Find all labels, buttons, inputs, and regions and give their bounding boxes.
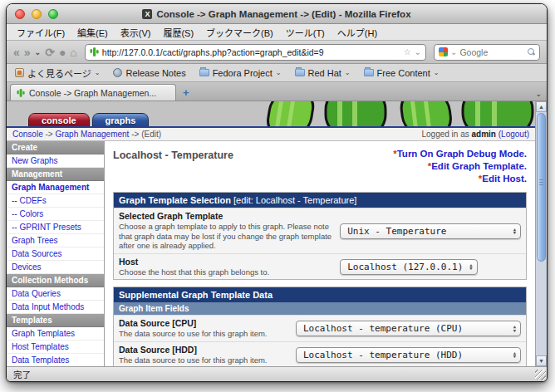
tab-graphs[interactable]: graphs [92,113,150,126]
logged-in-text: Logged in as [421,130,469,139]
minimize-window-button[interactable] [32,9,42,19]
field-row-data-source-hdd: Data Source [HDD] The data source to use… [114,341,526,367]
menu-view[interactable]: 表示(V) [120,26,151,39]
menu-file[interactable]: ファイル(F) [17,26,65,39]
sidebar-item-host-templates[interactable]: Host Templates [7,341,104,354]
breadcrumb-console-link[interactable]: Console [12,130,43,139]
bookmark-star-icon[interactable]: ☆ [404,47,411,56]
firefox-window: X Console -> Graph Management -> (Edit) … [6,3,548,382]
sidebar-item-gprint-presets[interactable]: -- GPRINT Presets [7,221,104,234]
page-title: Localhost - Temperature [113,148,233,161]
select-value: Localhost (127.0.0.1) [347,262,463,272]
stop-icon[interactable]: ● [59,47,66,58]
sidebar-item-cdefs[interactable]: -- CDEFs [7,194,104,208]
menu-edit[interactable]: 編集(E) [77,26,108,39]
search-bar[interactable]: ⌄ [434,44,540,61]
select-stepper-icon: ▲▼ [513,325,516,332]
bookmark-fedora-project[interactable]: Fedora Project ⌄ [199,68,282,78]
main-content: Localhost - Temperature *Turn On Graph D… [105,141,535,366]
cacti-banner: console graphs [7,101,535,126]
scrollbar-thumb[interactable] [537,113,546,262]
section-title-suffix: [edit: Localhost - Temperature] [233,195,356,205]
menu-help[interactable]: ヘルプ(H) [337,26,377,39]
tab-console[interactable]: console [28,113,90,126]
section-header: Graph Template Selection [edit: Localhos… [114,193,526,208]
page-body: Create New Graphs Management Graph Manag… [7,141,535,366]
reload-icon[interactable]: ⟳ [45,47,55,58]
close-window-button[interactable] [15,9,25,19]
zoom-window-button[interactable] [48,9,58,19]
url-dropdown-icon[interactable]: ⌄ [415,47,421,56]
sidebar-item-new-graphs[interactable]: New Graphs [7,154,104,168]
bookmark-label: Free Content [377,68,430,78]
back-icon[interactable]: « [13,47,20,58]
chevron-down-icon: ⌄ [434,69,440,76]
field-description: The data source to use for this graph it… [119,355,287,365]
bookmark-label: Red Hat [308,68,341,78]
bookmark-free-content[interactable]: Free Content ⌄ [364,68,440,78]
sidebar-item-data-input-methods[interactable]: Data Input Methods [7,301,104,314]
cacti-favicon [17,88,25,98]
breadcrumb-graph-management-link[interactable]: Graph Management [55,130,129,139]
graph-template-select[interactable]: Unix - Temperature ▲▼ [340,223,521,239]
home-icon[interactable]: ⌂ [70,47,76,58]
sidebar-item-graph-management[interactable]: Graph Management [7,181,104,194]
window-title-text: Console -> Graph Management -> (Edit) - … [156,9,410,19]
resize-grip[interactable] [535,370,546,380]
select-stepper-icon: ▲▼ [469,263,472,271]
bookmark-release-notes[interactable]: Release Notes [113,68,185,78]
sidebar-item-devices[interactable]: Devices [7,261,104,274]
url-input[interactable] [102,47,400,57]
folder-icon [199,69,209,76]
chevron-down-icon: ⌄ [345,69,351,76]
host-select[interactable]: Localhost (127.0.0.1) ▲▼ [340,259,477,275]
menu-bookmarks[interactable]: ブックマーク(B) [206,26,273,39]
browser-viewport: console graphs Console -> Graph Manageme… [7,101,547,366]
logout-link[interactable]: (Logout) [499,130,529,139]
cacti-favicon [90,47,99,57]
sidebar-item-data-templates[interactable]: Data Templates [7,354,104,366]
engine-dropdown-icon[interactable]: ⌄ [450,47,457,56]
field-label: Data Source [HDD] [119,345,287,355]
data-source-hdd-select[interactable]: Localhost - temperature (HDD) ▲▼ [296,347,521,363]
turn-on-debug-link[interactable]: Turn On Graph Debug Mode. [397,149,527,159]
cacti-page: console graphs Console -> Graph Manageme… [7,101,535,366]
sidebar-item-data-queries[interactable]: Data Queries [7,287,104,301]
edit-graph-template-link[interactable]: Edit Graph Template. [431,161,527,171]
bookmark-label: よく見るページ [27,66,91,80]
sidebar: Create New Graphs Management Graph Manag… [7,141,105,366]
new-tab-icon[interactable]: + [176,86,196,100]
field-description: Choose the host that this graph belongs … [119,267,332,277]
edit-host-link[interactable]: Edit Host. [482,174,527,184]
window-title: X Console -> Graph Management -> (Edit) … [142,9,410,19]
sidebar-item-graph-trees[interactable]: Graph Trees [7,234,104,247]
bookmark-most-visited[interactable]: よく見るページ ⌄ [15,66,100,80]
chevron-down-icon: ⌄ [276,69,282,76]
bookmark-red-hat[interactable]: Red Hat ⌄ [295,68,351,78]
search-input[interactable] [459,47,525,57]
url-bar[interactable]: ☆ ⌄ [85,44,426,61]
page-scrollbar[interactable]: ▲ ▼ [535,101,547,366]
tab-title: Console -> Graph Managemen... [29,88,156,98]
data-source-cpu-select[interactable]: Localhost - temperature (CPU) ▲▼ [296,321,521,336]
menu-history[interactable]: 履歴(S) [163,26,194,39]
section-title: Supplemental Graph Template Data [119,290,273,300]
google-engine-icon [439,47,448,56]
forward-icon[interactable]: » [24,47,31,58]
cactus-graphic [261,101,535,126]
page-favicon: X [142,9,152,19]
list-all-tabs-icon[interactable]: ⌄ [535,90,542,98]
scroll-up-icon[interactable]: ▲ [536,101,547,112]
menu-bar: ファイル(F) 編集(E) 表示(V) 履歴(S) ブックマーク(B) ツール(… [7,24,547,41]
history-dropdown-icon[interactable]: ⌄ [35,47,42,58]
sidebar-item-data-sources[interactable]: Data Sources [7,247,104,261]
sidebar-item-colors[interactable]: -- Colors [7,208,104,221]
sidebar-item-graph-templates[interactable]: Graph Templates [7,327,104,341]
graph-template-selection-section: Graph Template Selection [edit: Localhos… [113,192,527,280]
search-icon[interactable] [528,48,535,56]
title-bar: X Console -> Graph Management -> (Edit) … [7,4,547,24]
menu-tools[interactable]: ツール(T) [286,26,325,39]
field-label: Host [119,257,332,267]
scroll-down-icon[interactable]: ▼ [536,355,547,366]
browser-tab-active[interactable]: Console -> Graph Managemen... [10,84,176,100]
